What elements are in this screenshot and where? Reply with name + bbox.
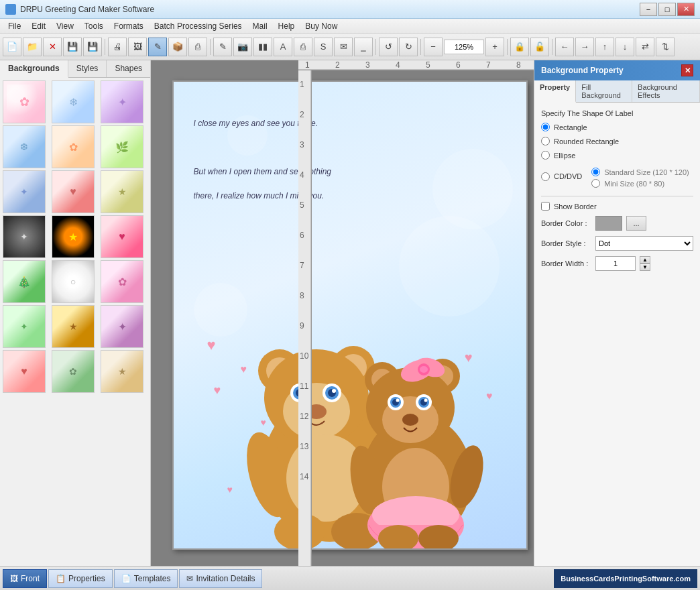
standard-size-option[interactable]: Standard Size (120 * 120)	[591, 168, 689, 176]
redo-button[interactable]: ↻	[399, 38, 418, 56]
list-item[interactable]: ✿	[101, 260, 143, 303]
list-item[interactable]: ★	[101, 350, 143, 393]
close-button[interactable]: ✕	[677, 3, 695, 16]
menu-batch[interactable]: Batch Processing Series	[149, 20, 247, 32]
menu-mail[interactable]: Mail	[247, 20, 273, 32]
tab-background-effects[interactable]: Background Effects	[632, 80, 700, 102]
ellipse-option[interactable]: Ellipse	[541, 151, 693, 160]
menu-tools[interactable]: Tools	[79, 20, 109, 32]
right-arrow-button[interactable]: →	[575, 38, 594, 56]
list-item[interactable]: ○	[52, 260, 95, 303]
cddvd-radio[interactable]	[541, 172, 550, 181]
ellipse-label[interactable]: Ellipse	[554, 152, 575, 160]
save-button[interactable]: 💾	[63, 38, 82, 56]
unlock-button[interactable]: 🔓	[530, 38, 549, 56]
tab-shapes[interactable]: Shapes	[107, 60, 151, 77]
menu-view[interactable]: View	[51, 20, 79, 32]
tab-property[interactable]: Property	[534, 80, 576, 103]
greeting-card[interactable]: I close my eyes and see you there. But w…	[172, 80, 528, 550]
spinner-down-button[interactable]: ▼	[640, 263, 650, 271]
canvas-area[interactable]: 1 2 3 4 5 6 7 8 9 10 11 1 2 3 4 5	[151, 60, 534, 566]
list-item[interactable]: ♥	[101, 215, 143, 258]
rectangle-label[interactable]: Rectangle	[554, 123, 587, 131]
tab-backgrounds[interactable]: Backgrounds	[0, 60, 68, 78]
cddvd-label[interactable]: CD/DVD	[554, 172, 582, 180]
lock-button[interactable]: 🔒	[510, 38, 529, 56]
image-button[interactable]: 📷	[233, 38, 252, 56]
list-item[interactable]: ✦	[101, 80, 143, 123]
list-item[interactable]: ♥	[3, 350, 46, 393]
show-border-row[interactable]: Show Border	[541, 202, 693, 211]
list-item[interactable]: ✦	[3, 305, 46, 348]
ellipse-radio[interactable]	[541, 151, 550, 160]
list-item[interactable]: ✦	[3, 215, 46, 258]
list-item[interactable]: 🎄	[3, 260, 46, 303]
menu-formats[interactable]: Formats	[109, 20, 149, 32]
list-item[interactable]: ★	[101, 170, 143, 213]
zoom-input[interactable]	[444, 40, 484, 54]
import-button[interactable]: 📦	[168, 38, 187, 56]
status-front-button[interactable]: 🖼 Front	[3, 569, 47, 588]
undo-button[interactable]: ↺	[379, 38, 398, 56]
list-item[interactable]: ★	[52, 305, 95, 348]
list-item[interactable]: 🌿	[101, 125, 143, 168]
zoom-in-button[interactable]: +	[485, 38, 504, 56]
menu-help[interactable]: Help	[273, 20, 300, 32]
border-color-browse-button[interactable]: ...	[626, 216, 646, 231]
rectangle-radio[interactable]	[541, 123, 550, 131]
design-button[interactable]: ✎	[148, 38, 167, 56]
list-item[interactable]: ❄	[52, 80, 95, 123]
mini-size-radio[interactable]	[591, 179, 600, 188]
border-color-swatch[interactable]	[595, 216, 622, 231]
rectangle-option[interactable]: Rectangle	[541, 123, 693, 131]
barcode-button[interactable]: ▮▮	[253, 38, 272, 56]
save-as-button[interactable]: 💾	[83, 38, 102, 56]
list-item[interactable]: ❆	[3, 125, 46, 168]
list-item[interactable]: ✿	[3, 80, 46, 123]
spinner-up-button[interactable]: ▲	[640, 256, 650, 263]
list-item[interactable]: ★	[52, 215, 95, 258]
up-arrow-button[interactable]: ↑	[595, 38, 614, 56]
status-invitation-button[interactable]: ✉ Invitation Details	[179, 569, 262, 588]
rounded-rectangle-label[interactable]: Rounded Rectangle	[554, 137, 619, 145]
list-item[interactable]: ♥	[52, 170, 95, 213]
show-border-checkbox[interactable]	[541, 202, 550, 211]
print-preview-button[interactable]: 🖼	[128, 38, 147, 56]
flip-h-button[interactable]: ⇄	[636, 38, 654, 56]
cddvd-option[interactable]: CD/DVD Standard Size (120 * 120) Mini Si…	[541, 165, 693, 188]
text-button[interactable]: A	[274, 38, 292, 56]
status-templates-button[interactable]: 📄 Templates	[114, 569, 178, 588]
flip-v-button[interactable]: ⇅	[656, 38, 675, 56]
draw-button[interactable]: ✎	[213, 38, 232, 56]
list-item[interactable]: ✦	[101, 305, 143, 348]
menu-file[interactable]: File	[3, 20, 26, 32]
rounded-rectangle-radio[interactable]	[541, 137, 550, 145]
border-style-select[interactable]: Dot Solid Dash Dash Dot	[595, 236, 693, 251]
tab-fill-background[interactable]: Fill Background	[576, 80, 632, 102]
left-arrow-button[interactable]: ←	[555, 38, 574, 56]
new-button[interactable]: 📄	[3, 38, 21, 56]
tab-styles[interactable]: Styles	[68, 60, 107, 77]
list-item[interactable]: ✿	[52, 125, 95, 168]
open-button[interactable]: 📁	[23, 38, 42, 56]
maximize-button[interactable]: □	[658, 3, 676, 16]
menu-edit[interactable]: Edit	[26, 20, 51, 32]
minimize-button[interactable]: −	[640, 3, 657, 16]
mini-size-option[interactable]: Mini Size (80 * 80)	[591, 179, 689, 188]
standard-size-radio[interactable]	[591, 168, 600, 176]
show-border-label[interactable]: Show Border	[554, 202, 597, 211]
print-button[interactable]: 🖨	[108, 38, 127, 56]
border-width-input[interactable]	[595, 256, 636, 271]
copy-button[interactable]: ⎙	[294, 38, 312, 56]
list-item[interactable]: ✿	[52, 350, 95, 393]
logo-button[interactable]: S	[314, 38, 333, 56]
property-close-button[interactable]: ✕	[681, 64, 693, 76]
down-arrow-button[interactable]: ↓	[616, 38, 634, 56]
zoom-out-button[interactable]: −	[424, 38, 443, 56]
export-button[interactable]: ⎙	[188, 38, 207, 56]
mini-size-label[interactable]: Mini Size (80 * 80)	[604, 180, 664, 188]
standard-size-label[interactable]: Standard Size (120 * 120)	[604, 168, 689, 176]
email-button[interactable]: ✉	[334, 38, 353, 56]
status-properties-button[interactable]: 📋 Properties	[48, 569, 113, 588]
menu-buy[interactable]: Buy Now	[300, 20, 343, 32]
